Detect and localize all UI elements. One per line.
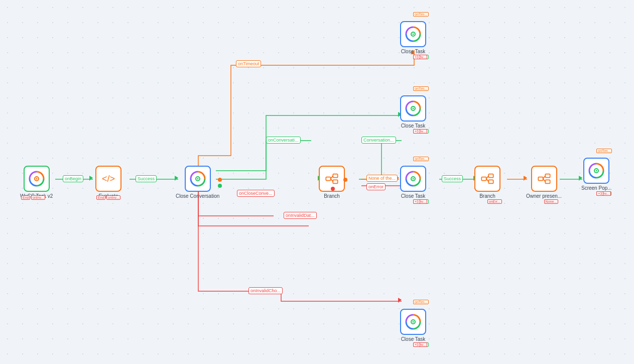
svg-rect-47 [538,177,543,181]
node-close-task4[interactable]: End onTim... Close Task End Succe... End… [400,309,426,342]
node-close-conv-label: Close Conversation [176,193,219,199]
svg-rect-25 [326,177,330,181]
node-sp-plus3: +3 [596,191,603,196]
node-branch1-label: Branch [324,193,340,199]
edge-label-onError: onError [366,183,386,190]
svg-rect-43 [488,174,493,178]
owner-icon [537,172,551,186]
svg-point-41 [413,178,414,180]
workflow-canvas[interactable]: onBegin Success onTimeout onConversati..… [0,0,634,364]
branch-icon2 [480,172,494,186]
edge-label-noneOfThe: None of the... [366,175,398,182]
node-ct3-ontim-tag: onTim... [413,157,429,161]
svg-marker-7 [89,176,93,181]
node-op-none-r: None... [544,199,559,204]
cisco-logo-ct2 [404,99,422,117]
node-ct4-plus3: +3 [413,342,420,347]
node-wxcc-oninv-badge: onInv... [31,195,45,200]
cisco-logo-ct1 [404,25,422,43]
node-ct2-plus3: +3 [413,129,420,134]
edge-label-onInvalidCho: onInvalidCho... [248,287,283,294]
node-close-task3[interactable]: End onTim... Close Task End Succe... End… [400,166,426,199]
node-sp-label: Screen Pop... [581,185,612,191]
node-wxcc-end-badge: End [21,195,30,200]
edge-label-onInvalidDat: onInvalidDat... [284,212,317,219]
node-owner-present[interactable]: Owner presen... End None... [526,166,562,199]
svg-rect-42 [481,177,486,181]
node-ct3-plus3: +3 [413,199,420,204]
node-ct1-ontim-tag: onTim... [413,12,429,17]
edge-label-onCloseConve: onCloseConve... [237,190,275,197]
svg-point-37 [413,108,414,109]
node-ct3-label: Close Task [401,193,426,199]
svg-point-20 [36,178,37,180]
svg-rect-27 [333,180,337,183]
edge-label-success1: Success [136,175,157,182]
svg-point-59 [413,321,414,323]
node-ct1-plus3: +3 [413,55,420,59]
node-close-task2[interactable]: End onTim... Close Task End Succe... End… [400,95,426,129]
cisco-logo-icon [28,170,46,188]
node-ct2-ontim-tag: onTim... [413,86,429,91]
cisco-logo-icon2 [189,170,207,188]
node-screen-pop[interactable]: End onTim... Screen Pop... End onScr... … [581,158,612,191]
svg-rect-26 [333,174,337,178]
edge-label-onBegin: onBegin [63,175,83,182]
node-ct4-label: Close Task [401,336,426,342]
svg-marker-16 [398,298,402,303]
edge-label-conversation: Conversation... [361,137,396,144]
node-branch2-label: Branch [479,193,495,199]
edge-label-success2: Success [442,175,463,182]
branch-icon1 [325,172,339,186]
node-owner-label: Owner presen... [526,193,562,199]
cisco-logo-sp [587,162,605,180]
node-sp-ontim-tag: onTim... [596,149,612,153]
node-ct1-label: Close Task [401,49,426,54]
node-b2-onerr-r: onErr... [487,199,502,204]
node-eval-oninv-badge: onInv... [106,195,120,200]
node-ct4-ontim-tag: onTim... [413,300,429,304]
node-close-conversation[interactable]: Close Conversation [176,166,219,199]
edge-label-onTimeout: onTimeout [236,60,261,67]
node-wxcc-task[interactable]: WxCC Task v2 End onInv... [20,166,53,199]
node-eval-end-badge: End [96,195,105,200]
node-ct2-label: Close Task [401,123,426,129]
svg-rect-44 [488,180,493,183]
code-icon: </> [102,174,115,184]
node-branch1[interactable]: Branch [319,166,345,199]
svg-rect-49 [545,180,550,183]
node-close-task1[interactable]: End onTim... Close Task End Succe... End… [400,21,426,55]
svg-point-33 [413,34,414,35]
svg-rect-48 [545,174,550,178]
svg-point-55 [596,170,597,172]
cisco-logo-ct4 [404,313,422,331]
cisco-logo-ct3 [404,170,422,188]
node-branch2[interactable]: Branch End onErr... [474,166,500,199]
edge-label-onConversati: onConversati... [266,137,301,144]
node-evaluate[interactable]: </> Evaluate End onInv... [95,166,121,199]
svg-point-24 [197,178,198,180]
